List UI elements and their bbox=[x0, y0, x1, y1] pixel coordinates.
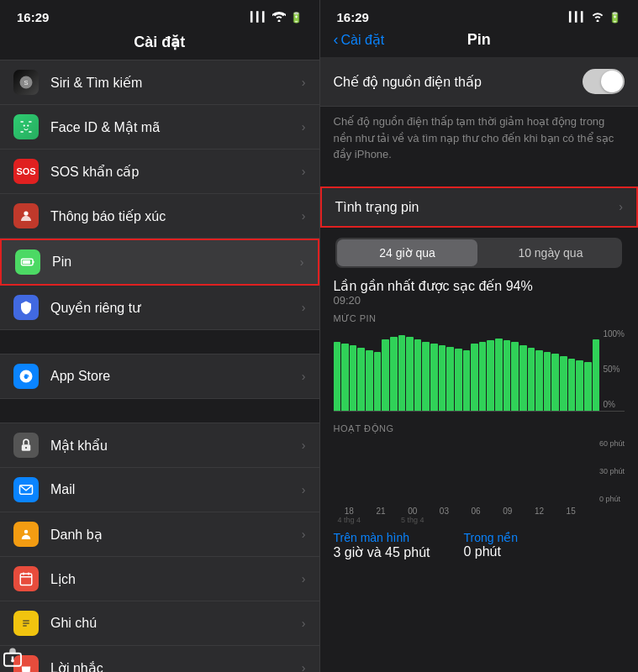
settings-item-calendar[interactable]: Lịch › bbox=[0, 557, 319, 601]
back-button[interactable]: ‹ Cài đặt bbox=[334, 31, 385, 49]
svg-rect-16 bbox=[20, 574, 32, 585]
battery-bar bbox=[422, 342, 430, 410]
battery-bar bbox=[341, 344, 349, 410]
battery-bar bbox=[504, 340, 511, 410]
charge-info: Lần gần nhất được sạc đến 94% 09:20 bbox=[320, 273, 639, 308]
right-battery-icon: 🔋 bbox=[609, 12, 621, 24]
usage-bg-heading: Trong nền bbox=[463, 531, 518, 544]
charge-title: Lần gần nhất được sạc đến 94% bbox=[334, 278, 625, 294]
settings-item-notes[interactable]: Ghi chú › bbox=[0, 601, 319, 646]
low-power-row[interactable]: Chế độ nguồn điện thấp bbox=[320, 57, 639, 107]
contact-icon bbox=[13, 203, 39, 228]
usage-screen-heading: Trên màn hình bbox=[334, 531, 430, 544]
battery-bar bbox=[576, 360, 583, 410]
filter-24h[interactable]: 24 giờ qua bbox=[337, 239, 477, 266]
battery-bar bbox=[511, 342, 519, 410]
settings-item-sos[interactable]: SOS SOS khẩn cấp › bbox=[0, 150, 319, 194]
svg-point-13 bbox=[25, 447, 27, 449]
battery-bar bbox=[439, 345, 446, 410]
charge-time: 09:20 bbox=[334, 294, 625, 307]
right-panel: 16:29 ▎▎▎ 🔋 ‹ Cài đặt Pin Chế độ nguồn đ… bbox=[320, 0, 639, 672]
svg-point-6 bbox=[24, 124, 25, 126]
siri-label: Siri & Tìm kiếm bbox=[50, 75, 302, 91]
signal-icon: ▎▎▎ bbox=[250, 12, 268, 23]
settings-item-mail[interactable]: Mail › bbox=[0, 468, 319, 512]
battery-bar bbox=[584, 362, 592, 410]
battery-bar bbox=[471, 344, 478, 410]
time-filter-section: 24 giờ qua 10 ngày qua bbox=[320, 228, 639, 273]
battery-chart-container: MỨC PIN 100% 50% 0% bbox=[320, 308, 639, 412]
siri-chevron: › bbox=[302, 76, 306, 89]
contacts-icon bbox=[13, 522, 39, 547]
battery-bar bbox=[382, 339, 389, 410]
contact-chevron: › bbox=[302, 209, 306, 223]
battery-bar bbox=[479, 342, 487, 410]
battery-chevron: › bbox=[300, 255, 304, 269]
low-power-toggle[interactable] bbox=[583, 69, 625, 94]
wifi-icon bbox=[272, 10, 286, 24]
calendar-icon bbox=[13, 566, 39, 591]
settings-item-faceid[interactable]: Face ID & Mật mã › bbox=[0, 105, 319, 150]
calendar-label: Lịch bbox=[50, 571, 302, 587]
sos-label: SOS khẩn cấp bbox=[50, 164, 302, 180]
left-panel: 16:29 ▎▎▎ 🔋 Cài đặt S Siri & Tìm kiếm › bbox=[0, 0, 319, 672]
battery-icon: 🔋 bbox=[290, 12, 303, 24]
right-status-icons: ▎▎▎ 🔋 bbox=[569, 10, 621, 24]
battery-chart-label: MỨC PIN bbox=[334, 313, 625, 324]
settings-item-password[interactable]: Mật khẩu › bbox=[0, 423, 319, 468]
settings-item-privacy[interactable]: Quyền riêng tư › bbox=[0, 286, 319, 330]
left-settings-list: S Siri & Tìm kiếm › Face ID & Mật mã › S… bbox=[0, 60, 319, 672]
svg-point-15 bbox=[24, 530, 29, 534]
battery-bar bbox=[446, 347, 454, 410]
privacy-chevron: › bbox=[302, 301, 306, 314]
svg-rect-3 bbox=[29, 121, 32, 123]
mail-icon bbox=[13, 477, 39, 502]
settings-item-appstore[interactable]: App Store › bbox=[0, 354, 319, 399]
right-status-bar: 16:29 ▎▎▎ 🔋 bbox=[320, 0, 639, 28]
left-status-icons: ▎▎▎ 🔋 bbox=[250, 10, 303, 24]
contacts-chevron: › bbox=[302, 528, 306, 541]
battery-bar bbox=[398, 335, 406, 410]
notes-chevron: › bbox=[302, 617, 306, 630]
divider-2 bbox=[0, 399, 319, 423]
battery-bar bbox=[560, 356, 567, 410]
battery-bar bbox=[528, 348, 535, 410]
battery-bar bbox=[350, 345, 357, 410]
settings-group-1: S Siri & Tìm kiếm › Face ID & Mật mã › S… bbox=[0, 60, 319, 330]
battery-label: Pin bbox=[52, 255, 300, 270]
battery-chart: 100% 50% 0% bbox=[334, 328, 625, 412]
battery-menu-icon bbox=[15, 249, 40, 275]
battery-bar bbox=[366, 350, 373, 410]
calendar-chevron: › bbox=[302, 572, 306, 585]
battery-status-chevron: › bbox=[619, 200, 623, 213]
usage-screen-col: Trên màn hình 3 giờ và 45 phút bbox=[334, 531, 430, 560]
settings-item-contacts[interactable]: Danh bạ › bbox=[0, 512, 319, 557]
activity-chart-container: HOẠT ĐỘNG 60 phút 30 phút 0 phút 184 thg… bbox=[320, 418, 639, 524]
battery-status-row[interactable]: Tình trạng pin › bbox=[320, 186, 639, 228]
mail-chevron: › bbox=[302, 483, 306, 496]
notes-label: Ghi chú bbox=[50, 616, 302, 631]
privacy-icon bbox=[13, 295, 39, 320]
battery-bar bbox=[374, 352, 382, 410]
chart-x-labels: 184 thg 4 21 005 thg 4 03 06 09 12 15 bbox=[334, 505, 625, 524]
right-page-title: Pin bbox=[467, 31, 491, 49]
left-status-bar: 16:29 ▎▎▎ 🔋 bbox=[0, 0, 319, 28]
settings-item-siri[interactable]: S Siri & Tìm kiếm › bbox=[0, 60, 319, 105]
settings-item-contact[interactable]: Thông báo tiếp xúc › bbox=[0, 194, 319, 239]
activity-bars bbox=[334, 438, 625, 505]
mail-label: Mail bbox=[50, 482, 302, 497]
filter-10d[interactable]: 10 ngày qua bbox=[481, 239, 620, 266]
activity-chart: 60 phút 30 phút 0 phút bbox=[334, 438, 625, 505]
appstore-icon bbox=[13, 364, 39, 389]
battery-bar bbox=[406, 337, 414, 410]
sos-chevron: › bbox=[302, 165, 306, 178]
battery-bar bbox=[487, 340, 494, 410]
battery-bar bbox=[463, 350, 471, 410]
svg-point-8 bbox=[24, 211, 28, 215]
left-time: 16:29 bbox=[17, 10, 49, 24]
battery-bar bbox=[544, 352, 551, 410]
settings-item-battery[interactable]: Pin › bbox=[0, 239, 319, 286]
settings-item-reminders[interactable]: Lời nhắc › bbox=[0, 646, 319, 672]
settings-group-3: Mật khẩu › Mail › Danh bạ › bbox=[0, 423, 319, 672]
usage-section: Trên màn hình 3 giờ và 45 phút Trong nền… bbox=[320, 524, 639, 564]
